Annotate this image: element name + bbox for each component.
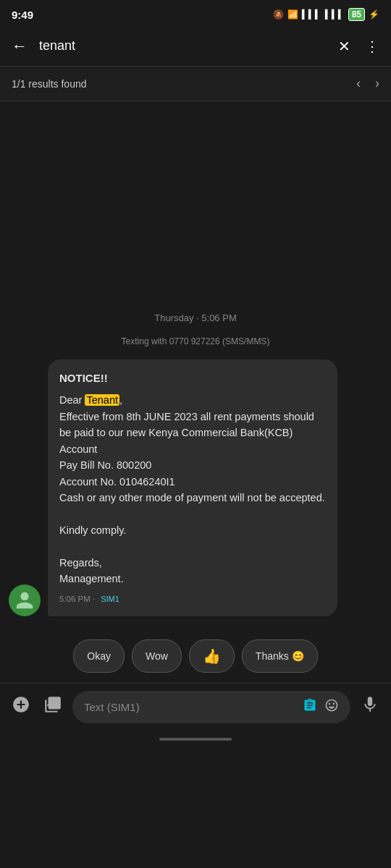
- status-time: 9:49: [12, 9, 33, 21]
- empty-chat-area: [0, 101, 391, 304]
- input-bar: Text (SIM1): [0, 683, 391, 731]
- quick-reply-okay[interactable]: Okay: [73, 639, 125, 673]
- text-input-placeholder: Text (SIM1): [84, 701, 140, 713]
- emoji-svg: [324, 698, 339, 712]
- clipboard-svg: [303, 698, 317, 712]
- bottom-bar: [0, 731, 391, 748]
- mic-icon: [361, 695, 379, 714]
- results-bar: 1/1 results found ‹ ›: [0, 67, 391, 101]
- add-button[interactable]: [9, 692, 33, 721]
- person-icon: [14, 590, 35, 610]
- search-bar: ← tenant ✕ ⋮: [0, 26, 391, 67]
- search-clear-button[interactable]: ✕: [335, 35, 353, 58]
- gallery-icon: [43, 695, 62, 714]
- charging-icon: ⚡: [369, 9, 379, 20]
- message-meta: 5:06 PM · SIM1: [59, 593, 326, 606]
- quick-replies: Okay Wow 👍 Thanks 😊: [0, 631, 391, 680]
- emoji-icon[interactable]: [324, 698, 339, 716]
- message-body: Dear Tenant, Effective from 8th JUNE 202…: [59, 392, 326, 587]
- avatar: [9, 584, 41, 616]
- status-bar: 9:49 🔕 📶 ▍▍▍ ▍▍▍ 85 ⚡: [0, 0, 391, 26]
- results-navigation: ‹ ›: [356, 76, 379, 91]
- texting-with-label: Texting with 0770 927226 (SMS/MMS): [0, 332, 391, 354]
- text-input-icons: [303, 698, 339, 716]
- highlighted-word: Tenant: [85, 394, 119, 406]
- gallery-button[interactable]: [41, 692, 65, 721]
- message-bubble: NOTICE!! Dear Tenant, Effective from 8th…: [48, 359, 337, 616]
- quick-reply-wow[interactable]: Wow: [132, 639, 182, 673]
- search-query[interactable]: tenant: [39, 38, 327, 54]
- notice-title: NOTICE!!: [59, 370, 326, 386]
- bottom-indicator: [159, 738, 232, 741]
- signal2-icon: ▍▍▍: [325, 9, 345, 20]
- battery-badge: 85: [348, 8, 365, 21]
- quick-reply-thumbsup[interactable]: 👍: [189, 639, 235, 673]
- mic-button[interactable]: [358, 692, 382, 721]
- message-time: 5:06 PM ·: [59, 593, 95, 606]
- messages-area: NOTICE!! Dear Tenant, Effective from 8th…: [0, 354, 391, 631]
- signal1-icon: ▍▍▍: [302, 9, 321, 20]
- prev-result-button[interactable]: ‹: [356, 76, 361, 91]
- text-input[interactable]: Text (SIM1): [72, 691, 350, 723]
- next-result-button[interactable]: ›: [375, 76, 379, 91]
- clipboard-icon[interactable]: [303, 698, 317, 716]
- status-icons: 🔕 📶 ▍▍▍ ▍▍▍ 85 ⚡: [273, 8, 379, 21]
- add-icon: [12, 695, 30, 714]
- wifi-icon: 📶: [287, 9, 298, 20]
- quick-reply-thanks[interactable]: Thanks 😊: [242, 639, 318, 673]
- message-timestamp: Thursday · 5:06 PM: [0, 304, 391, 332]
- mute-icon: 🔕: [273, 9, 284, 20]
- results-count: 1/1 results found: [12, 78, 87, 90]
- message-row: NOTICE!! Dear Tenant, Effective from 8th…: [9, 359, 382, 616]
- back-button[interactable]: ←: [9, 34, 30, 59]
- sim-badge: SIM1: [101, 593, 119, 605]
- more-options-button[interactable]: ⋮: [362, 35, 382, 58]
